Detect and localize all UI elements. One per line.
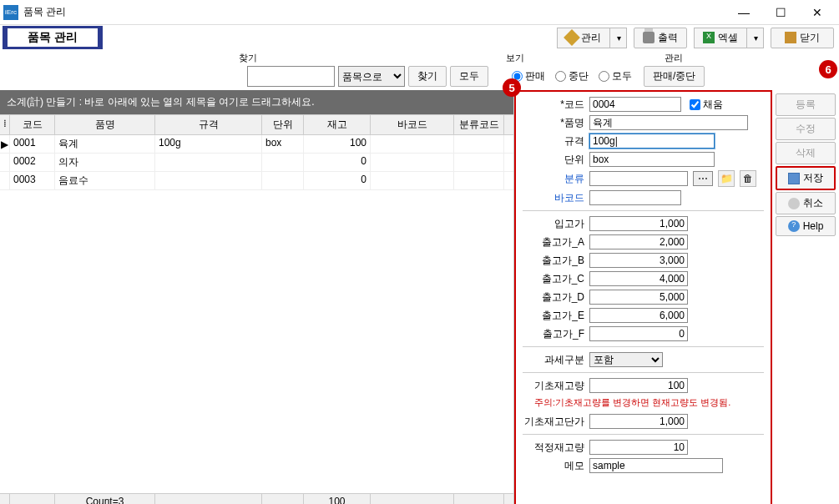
close-window-button[interactable]: ✕ <box>799 1 836 24</box>
col-stock[interactable]: 재고 <box>304 115 371 134</box>
excel-icon: X <box>703 32 715 43</box>
view-radio-group: 판매 중단 모두 <box>512 69 632 83</box>
label-tax: 과세구분 <box>523 353 584 367</box>
memo-field[interactable] <box>589 458 723 473</box>
footer-stock-sum: 100 <box>304 494 371 504</box>
col-code[interactable]: 코드 <box>10 115 55 134</box>
save-button[interactable]: 저장 <box>776 166 836 190</box>
section-labels: 찾기 보기 관리 <box>0 50 839 64</box>
out-d-field[interactable] <box>589 290 688 305</box>
unit-field[interactable] <box>589 152 715 167</box>
col-unit[interactable]: 단위 <box>262 115 304 134</box>
code-field[interactable] <box>589 97 681 112</box>
cancel-icon <box>788 198 800 209</box>
cat-clear-icon[interactable]: 🗑 <box>740 170 756 187</box>
callout-6: 6 <box>819 60 837 78</box>
tax-select[interactable]: 포함 <box>589 352 663 367</box>
view-section-label: 보기 <box>506 52 665 64</box>
label-spec: 규격 <box>523 134 584 149</box>
cat-folder-icon[interactable]: 📁 <box>718 170 735 187</box>
minimize-button[interactable]: — <box>725 1 762 24</box>
init-unit-field[interactable] <box>589 414 688 429</box>
cancel-button[interactable]: 취소 <box>776 192 836 214</box>
out-f-field[interactable] <box>589 326 688 341</box>
toolbar-excel-dropdown[interactable]: ▾ <box>746 28 764 48</box>
save-icon <box>788 173 800 184</box>
controls-row: 품목으로 찾기 모두 판매 중단 모두 판매/중단 <box>0 64 839 90</box>
search-section-label: 찾기 <box>239 52 506 64</box>
label-code: *코드 <box>523 98 584 112</box>
label-unit: 단위 <box>523 153 584 167</box>
pencil-icon <box>564 29 580 46</box>
out-a-field[interactable] <box>589 234 688 249</box>
callout-5: 5 <box>503 78 521 97</box>
cat-field[interactable] <box>589 171 688 186</box>
print-icon <box>643 32 655 43</box>
grid-body[interactable]: ▶ 0001 육계 100g box 100 0002 의자 0 <box>0 135 513 493</box>
delete-button[interactable]: 삭제 <box>776 142 836 164</box>
toolbar-manage-button[interactable]: 관리 <box>557 28 609 48</box>
search-all-button[interactable]: 모두 <box>450 66 488 87</box>
col-marker[interactable]: ⁞ <box>0 115 10 134</box>
search-mode-select[interactable]: 품목으로 <box>338 66 405 87</box>
label-memo: 메모 <box>523 459 584 473</box>
search-box: 품목으로 찾기 모두 <box>247 66 488 87</box>
view-stopped-radio[interactable]: 중단 <box>555 69 589 83</box>
out-c-field[interactable] <box>589 271 688 286</box>
col-name[interactable]: 품명 <box>55 115 155 134</box>
side-buttons: 6 등록 수정 삭제 저장 취소 ?Help <box>772 90 839 504</box>
search-input[interactable] <box>247 66 335 87</box>
toolbar-print-button[interactable]: 출력 <box>634 28 687 48</box>
table-row[interactable]: ▶ 0001 육계 100g box 100 <box>0 135 513 154</box>
col-spec[interactable]: 규격 <box>155 115 262 134</box>
label-proper-stock: 적정재고량 <box>523 441 584 455</box>
table-row[interactable]: 0002 의자 0 <box>0 154 513 172</box>
toolbar-excel-label: 엑셀 <box>718 31 738 45</box>
grid-area: 5 소계(計) 만들기 : 바로 아래에 있는 열의 제목을 여기로 드래그하세… <box>0 90 514 504</box>
cat-lookup-button[interactable]: ⋯ <box>693 171 713 186</box>
toolbar-close-label: 닫기 <box>800 31 820 45</box>
manage-section-label: 관리 <box>665 52 740 64</box>
col-barcode[interactable]: 바코드 <box>371 115 454 134</box>
label-cat: 분류 <box>523 172 584 186</box>
proper-stock-field[interactable] <box>589 440 688 455</box>
table-row[interactable]: 0003 음료수 0 <box>0 172 513 190</box>
sale-stop-button[interactable]: 판매/중단 <box>644 66 705 87</box>
label-out-f: 출고가_F <box>523 327 584 341</box>
autofill-checkbox[interactable]: 채움 <box>690 98 723 112</box>
grid-header: ⁞ 코드 품명 규격 단위 재고 바코드 분류코드 <box>0 114 513 135</box>
barcode-field[interactable] <box>589 190 681 205</box>
search-find-button[interactable]: 찾기 <box>408 66 447 87</box>
window-title: 품목 관리 <box>23 5 725 19</box>
view-all-radio[interactable]: 모두 <box>599 69 632 83</box>
main-area: 5 소계(計) 만들기 : 바로 아래에 있는 열의 제목을 여기로 드래그하세… <box>0 90 839 504</box>
toolbar-manage-dropdown[interactable]: ▾ <box>609 28 627 48</box>
detail-panel: *코드 채움 *품명 규격 단위 분류 ⋯ 📁 🗑 바코드 입고가 <box>514 90 772 504</box>
name-field[interactable] <box>589 115 748 130</box>
maximize-button[interactable]: ☐ <box>762 1 799 24</box>
inprice-field[interactable] <box>589 216 688 231</box>
help-button[interactable]: ?Help <box>776 216 836 236</box>
toolbar-excel-button[interactable]: X엑셀 <box>694 28 746 48</box>
out-b-field[interactable] <box>589 253 688 268</box>
chevron-down-icon: ▾ <box>617 33 621 43</box>
chevron-down-icon: ▾ <box>754 33 758 43</box>
app-icon: iErc <box>3 5 18 20</box>
label-out-a: 출고가_A <box>523 235 584 249</box>
page-title: 품목 관리 <box>5 26 100 49</box>
toolbar-manage-label: 관리 <box>581 31 601 45</box>
col-cat[interactable]: 분류코드 <box>454 115 504 134</box>
init-stock-field[interactable] <box>589 378 688 393</box>
spec-field[interactable] <box>589 134 715 149</box>
toolbar-print-label: 출력 <box>658 31 678 45</box>
main-toolbar: 품목 관리 관리 ▾ 출력 X엑셀 ▾ 닫기 <box>0 25 839 50</box>
register-button[interactable]: 등록 <box>776 93 836 116</box>
grid-footer: Count=3 100 <box>0 493 513 504</box>
footer-count: Count=3 <box>55 494 155 504</box>
label-name: *품명 <box>523 116 584 130</box>
label-out-c: 출고가_C <box>523 272 584 286</box>
edit-button[interactable]: 수정 <box>776 118 836 140</box>
out-e-field[interactable] <box>589 308 688 323</box>
toolbar-close-button[interactable]: 닫기 <box>771 28 834 48</box>
label-out-e: 출고가_E <box>523 309 584 323</box>
